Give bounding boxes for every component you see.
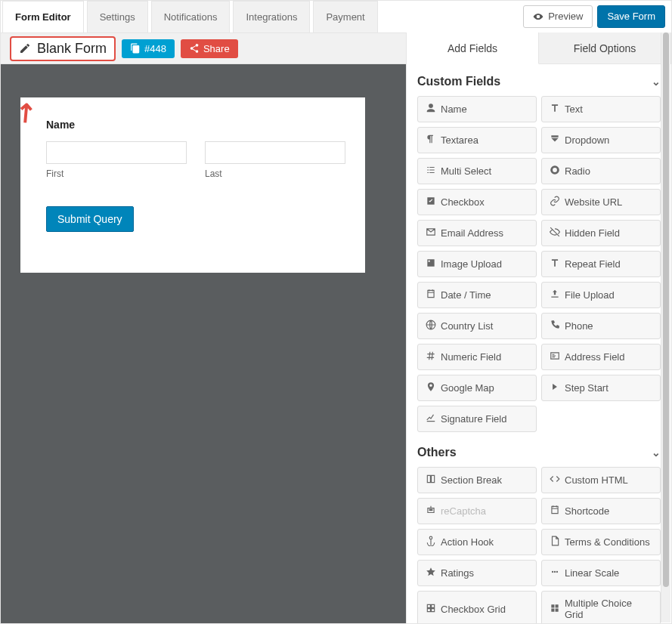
form-canvas[interactable]: Name First Last Submit Query (20, 97, 365, 273)
field-hidden-field[interactable]: Hidden Field (541, 220, 661, 246)
form-title-box[interactable]: Blank Form (10, 36, 116, 61)
share-button[interactable]: Share (181, 39, 238, 58)
tab-payment[interactable]: Payment (313, 1, 377, 32)
ellips-icon (550, 567, 560, 577)
field-phone[interactable]: Phone (541, 313, 661, 339)
field-email-address[interactable]: Email Address (417, 220, 537, 246)
field-label: Text (565, 103, 583, 115)
first-name-input[interactable] (46, 141, 187, 164)
field-label: Textarea (441, 134, 478, 146)
id-badge[interactable]: #448 (122, 39, 175, 58)
field-label: Name (441, 103, 467, 115)
field-label: Country List (441, 320, 493, 332)
cal-icon (550, 505, 560, 515)
save-form-button[interactable]: Save Form (597, 5, 665, 28)
field-label: Date / Time (441, 289, 491, 301)
upload-icon (550, 289, 560, 299)
panel-tab-add-fields[interactable]: Add Fields (407, 32, 539, 64)
right-panel: Add Fields Field Options Custom Fields ⌄… (406, 32, 671, 623)
field-label: Numeric Field (441, 351, 501, 363)
last-name-input[interactable] (205, 141, 345, 164)
field-terms-conditions[interactable]: Terms & Conditions (541, 529, 661, 555)
field-label: Linear Scale (565, 567, 619, 579)
field-action-hook[interactable]: Action Hook (417, 529, 537, 555)
field-ratings[interactable]: Ratings (417, 560, 537, 586)
field-label: Terms & Conditions (565, 536, 650, 548)
grid-icon (426, 603, 436, 613)
main-tabs: Form Editor Settings Notifications Integ… (2, 1, 381, 32)
tab-settings[interactable]: Settings (87, 1, 148, 32)
scrollbar[interactable] (661, 32, 670, 622)
field-image-upload[interactable]: Image Upload (417, 251, 537, 277)
field-step-start[interactable]: Step Start (541, 375, 661, 401)
card-icon (550, 351, 560, 361)
field-name[interactable]: Name (417, 96, 537, 122)
section-others-title: Others (417, 446, 457, 459)
globe-icon (426, 320, 436, 330)
preview-button[interactable]: Preview (523, 5, 593, 28)
tool-row: Blank Form #448 Share (1, 32, 406, 64)
field-dropdown[interactable]: Dropdown (541, 127, 661, 153)
share-label: Share (203, 43, 230, 54)
field-section-break[interactable]: Section Break (417, 467, 537, 493)
field-label: Phone (565, 320, 593, 332)
field-file-upload[interactable]: File Upload (541, 282, 661, 308)
grid2-icon (550, 603, 560, 613)
field-label: Address Field (565, 351, 624, 363)
sig-icon (426, 412, 436, 423)
phone-icon (550, 320, 560, 330)
list-icon (426, 165, 436, 175)
step-icon (550, 382, 560, 392)
eyeoff-icon (550, 227, 560, 237)
tab-notifications[interactable]: Notifications (151, 1, 231, 32)
preview-label: Preview (548, 11, 583, 23)
section-others-header[interactable]: Others ⌄ (417, 446, 661, 459)
field-google-map[interactable]: Google Map (417, 375, 537, 401)
file-icon (550, 536, 560, 546)
field-date-time[interactable]: Date / Time (417, 282, 537, 308)
tab-form-editor[interactable]: Form Editor (2, 1, 84, 33)
field-website-url[interactable]: Website URL (541, 189, 661, 215)
field-numeric-field[interactable]: Numeric Field (417, 344, 537, 370)
field-country-list[interactable]: Country List (417, 313, 537, 339)
field-label: Image Upload (441, 258, 502, 270)
field-label: Checkbox Grid (441, 604, 506, 615)
field-label: Repeat Field (565, 258, 621, 270)
scrollbar-thumb[interactable] (663, 32, 669, 587)
field-checkbox-grid[interactable]: Checkbox Grid (417, 591, 537, 623)
copy-icon (130, 43, 141, 54)
section-custom-fields-header[interactable]: Custom Fields ⌄ (417, 75, 661, 88)
field-multi-select[interactable]: Multi Select (417, 158, 537, 184)
last-sublabel: Last (205, 168, 345, 179)
text-icon (550, 258, 560, 268)
field-recaptcha: reCaptcha (417, 498, 537, 524)
section-others: Others ⌄ Section BreakCustom HTMLreCaptc… (417, 446, 661, 623)
panel-tab-field-options[interactable]: Field Options (539, 32, 671, 64)
field-label: Multiple Choice Grid (565, 598, 652, 620)
chevron-down-icon: ⌄ (652, 446, 661, 459)
cols-icon (426, 474, 436, 484)
field-custom-html[interactable]: Custom HTML (541, 467, 661, 493)
field-repeat-field[interactable]: Repeat Field (541, 251, 661, 277)
tab-integrations[interactable]: Integrations (233, 1, 310, 32)
name-field-label: Name (46, 119, 339, 131)
field-multiple-choice-grid[interactable]: Multiple Choice Grid (541, 591, 661, 623)
submit-button[interactable]: Submit Query (46, 206, 134, 232)
mail-icon (426, 227, 436, 237)
field-text[interactable]: Text (541, 96, 661, 122)
field-linear-scale[interactable]: Linear Scale (541, 560, 661, 586)
field-textarea[interactable]: Textarea (417, 127, 537, 153)
field-radio[interactable]: Radio (541, 158, 661, 184)
field-label: Google Map (441, 382, 494, 394)
field-label: Shortcode (565, 505, 609, 517)
field-signature-field[interactable]: Signature Field (417, 406, 537, 432)
field-checkbox[interactable]: Checkbox (417, 189, 537, 215)
field-label: File Upload (565, 289, 615, 301)
canvas-area: Name First Last Submit Query (1, 64, 406, 623)
first-sublabel: First (46, 168, 187, 179)
form-title: Blank Form (37, 41, 107, 57)
top-bar: Form Editor Settings Notifications Integ… (1, 1, 671, 32)
field-address-field[interactable]: Address Field (541, 344, 661, 370)
code-icon (550, 474, 560, 484)
field-shortcode[interactable]: Shortcode (541, 498, 661, 524)
